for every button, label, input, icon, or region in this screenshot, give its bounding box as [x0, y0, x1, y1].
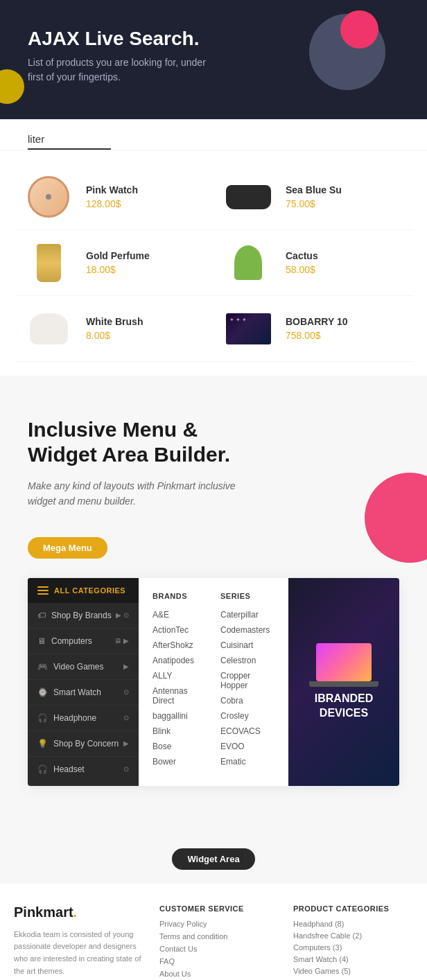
- product-price: 758.00$: [286, 330, 347, 341]
- cs-link-about[interactable]: About Us: [159, 970, 279, 978]
- inclusive-subtitle: Make any kind of layouts with Pinkmart i…: [28, 478, 250, 509]
- series-column-title: SERIES: [220, 592, 274, 600]
- brand-logo: Pinkmart.: [14, 904, 146, 920]
- search-input-wrap: [28, 133, 111, 150]
- product-name: BOBARRY 10: [286, 316, 347, 327]
- product-price: 75.00$: [286, 198, 342, 209]
- brand-description: Ekkodia team is consisted of young passi…: [14, 929, 146, 977]
- series-link[interactable]: ECOVACS: [220, 726, 274, 736]
- search-result-item[interactable]: Pink Watch 128.00$: [14, 164, 214, 230]
- series-link[interactable]: Cropper Hopper: [220, 671, 274, 690]
- search-result-item[interactable]: BOBARRY 10 758.00$: [214, 296, 413, 362]
- widget-footer: Pinkmart. Ekkodia team is consisted of y…: [0, 884, 427, 980]
- laptop-image: [316, 643, 372, 681]
- category-link[interactable]: Computers (3): [293, 943, 413, 952]
- brands-column-title: BRANDS: [152, 592, 207, 600]
- product-image-cactus: [220, 238, 276, 287]
- sidebar-item-label: Computers: [51, 636, 92, 646]
- product-price: 8.00$: [86, 330, 143, 341]
- menu-sidebar-header: ALL CATEGORIES: [28, 578, 139, 603]
- branded-devices-label: IBRANDEDDEVICES: [315, 692, 373, 721]
- series-link[interactable]: Ematic: [220, 757, 274, 767]
- arrow-icon: ▶ ⊙: [116, 611, 129, 619]
- mega-menu-badge: Mega Menu: [28, 537, 107, 559]
- brand-link[interactable]: A&E: [152, 610, 207, 620]
- search-result-item[interactable]: Cactus 58.00$: [214, 230, 413, 296]
- video-games-icon: 🎮: [37, 662, 48, 672]
- category-link[interactable]: Video Games (5): [293, 967, 413, 975]
- sidebar-item-headphone[interactable]: 🎧 Headphone ⊙: [28, 706, 139, 731]
- brand-link[interactable]: Blink: [152, 726, 207, 736]
- series-column: SERIES Caterpillar Codemasters Cuisinart…: [220, 592, 274, 772]
- category-link[interactable]: Handsfree Cable (2): [293, 931, 413, 940]
- cs-link-contact[interactable]: Contact Us: [159, 945, 279, 953]
- series-link[interactable]: Caterpillar: [220, 610, 274, 620]
- product-price: 128.00$: [86, 198, 138, 209]
- product-categories-column: PRODUCT CATEGORIES Headphand (8) Handsfr…: [293, 904, 413, 980]
- computers-icon: 🖥: [37, 636, 46, 646]
- series-link[interactable]: Crosley: [220, 711, 274, 721]
- search-result-item[interactable]: Gold Perfume 18.00$: [14, 230, 214, 296]
- brand-link[interactable]: Bose: [152, 742, 207, 751]
- brand-link[interactable]: baggallini: [152, 711, 207, 721]
- search-input[interactable]: [28, 133, 111, 145]
- brand-link[interactable]: Bower: [152, 757, 207, 767]
- headset-icon: 🎧: [37, 764, 48, 774]
- cs-link-terms[interactable]: Terms and condition: [159, 932, 279, 940]
- product-name: Cactus: [286, 250, 318, 261]
- brands-column: BRANDS A&E ActionTec AfterShokz Anatipod…: [152, 592, 207, 772]
- brand-link[interactable]: Antennas Direct: [152, 686, 207, 706]
- brand-link[interactable]: Anatipodes: [152, 656, 207, 665]
- brand-link[interactable]: AfterShokz: [152, 640, 207, 650]
- menu-image-panel: IBRANDEDDEVICES: [288, 578, 399, 786]
- hero-section: AJAX Live Search. List of products you a…: [0, 0, 427, 119]
- search-result-item[interactable]: White Brush 8.00$: [14, 296, 214, 362]
- menu-sidebar: ALL CATEGORIES 🏷 Shop By Brands ▶ ⊙ 🖥 Co…: [28, 578, 139, 786]
- product-image-brush: [21, 304, 76, 353]
- sidebar-item-label: Smart Watch: [53, 688, 101, 697]
- series-link[interactable]: Cobra: [220, 696, 274, 706]
- product-image-perfume: [21, 238, 76, 287]
- cs-link-faq[interactable]: FAQ: [159, 957, 279, 965]
- series-link[interactable]: Cuisinart: [220, 640, 274, 650]
- inclusive-menu-section: Inclusive Menu &Widget Area Builder. Mak…: [0, 376, 427, 814]
- mega-menu-content: BRANDS A&E ActionTec AfterShokz Anatipod…: [139, 578, 288, 786]
- search-results: Pink Watch 128.00$ Sea Blue Su 75.00$ Go…: [0, 150, 427, 376]
- headphone-icon: 🎧: [37, 713, 48, 723]
- hero-circle-yellow-decoration: [0, 69, 24, 104]
- customer-service-column: CUSTOMER SERVICE Privacy Policy Terms an…: [159, 904, 279, 980]
- hamburger-icon: [37, 586, 49, 595]
- category-link[interactable]: Smart Watch (4): [293, 955, 413, 963]
- brand-link[interactable]: ActionTec: [152, 625, 207, 635]
- sidebar-item-shop-by-brands[interactable]: 🏷 Shop By Brands ▶ ⊙: [28, 603, 139, 629]
- categories-title: PRODUCT CATEGORIES: [293, 904, 413, 913]
- arrow-icon: ▶: [123, 663, 129, 670]
- arrow-icon: 🖥 ▶: [114, 637, 129, 645]
- sidebar-item-label: Shop By Concern: [53, 739, 119, 749]
- product-image-galaxy: [220, 304, 276, 353]
- series-link[interactable]: Codemasters: [220, 625, 274, 635]
- category-link[interactable]: Headphand (8): [293, 920, 413, 928]
- search-result-item[interactable]: Sea Blue Su 75.00$: [214, 164, 413, 230]
- product-price: 58.00$: [286, 264, 318, 275]
- series-link[interactable]: Celestron: [220, 656, 274, 665]
- sidebar-item-computers[interactable]: 🖥 Computers 🖥 ▶: [28, 629, 139, 654]
- inclusive-title: Inclusive Menu &Widget Area Builder.: [28, 417, 399, 467]
- brand-link[interactable]: ALLY: [152, 671, 207, 681]
- brands-icon: 🏷: [37, 611, 46, 620]
- smart-watch-icon: ⌚: [37, 688, 48, 697]
- widget-area-section: Widget Area Pinkmart. Ekkodia team is co…: [0, 814, 427, 980]
- series-link[interactable]: EVOO: [220, 742, 274, 751]
- product-name: Pink Watch: [86, 184, 138, 195]
- cs-link-privacy[interactable]: Privacy Policy: [159, 920, 279, 928]
- customer-service-title: CUSTOMER SERVICE: [159, 904, 279, 913]
- product-name: Sea Blue Su: [286, 184, 342, 195]
- arrow-icon: ⊙: [123, 688, 129, 696]
- hero-circle-pink-decoration: [340, 10, 378, 49]
- search-section: [0, 119, 427, 150]
- sidebar-item-video-games[interactable]: 🎮 Video Games ▶: [28, 654, 139, 680]
- product-image-watch: [21, 173, 76, 221]
- sidebar-item-headset[interactable]: 🎧 Headset ⊙: [28, 757, 139, 782]
- sidebar-item-smart-watch[interactable]: ⌚ Smart Watch ⊙: [28, 680, 139, 706]
- sidebar-item-shop-by-concern[interactable]: 💡 Shop By Concern ▶: [28, 731, 139, 757]
